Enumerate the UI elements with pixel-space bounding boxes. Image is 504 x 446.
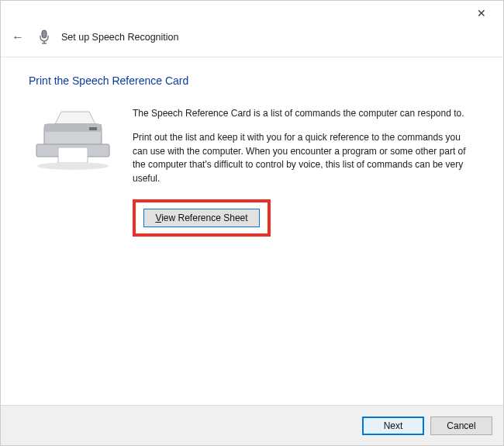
back-button[interactable]: ← xyxy=(9,29,27,46)
titlebar: ✕ xyxy=(1,1,503,26)
close-icon: ✕ xyxy=(477,7,486,19)
back-arrow-icon: ← xyxy=(12,30,24,43)
instruction-text: The Speech Reference Card is a list of c… xyxy=(133,107,475,237)
wizard-footer: Next Cancel xyxy=(1,405,503,445)
highlight-annotation: View Reference Sheet xyxy=(133,199,271,237)
wizard-content: Print the Speech Reference Card The Spee… xyxy=(1,57,503,244)
microphone-icon xyxy=(38,29,50,45)
view-reference-sheet-button[interactable]: View Reference Sheet xyxy=(143,209,260,227)
svg-rect-8 xyxy=(58,147,88,163)
svg-point-9 xyxy=(37,162,109,170)
cancel-button[interactable]: Cancel xyxy=(430,417,492,435)
main-row: The Speech Reference Card is a list of c… xyxy=(29,107,475,237)
paragraph-2: Print out the list and keep it with you … xyxy=(133,131,475,185)
svg-rect-0 xyxy=(42,30,47,38)
printer-icon xyxy=(29,107,114,173)
page-heading: Print the Speech Reference Card xyxy=(29,74,475,87)
svg-marker-3 xyxy=(55,112,95,124)
svg-rect-6 xyxy=(89,127,97,130)
next-button[interactable]: Next xyxy=(362,417,424,435)
paragraph-1: The Speech Reference Card is a list of c… xyxy=(133,107,475,120)
close-button[interactable]: ✕ xyxy=(464,2,499,25)
wizard-header: ← Set up Speech Recognition xyxy=(1,26,503,57)
button-label-rest: iew Reference Sheet xyxy=(161,213,247,223)
wizard-title: Set up Speech Recognition xyxy=(61,32,179,43)
